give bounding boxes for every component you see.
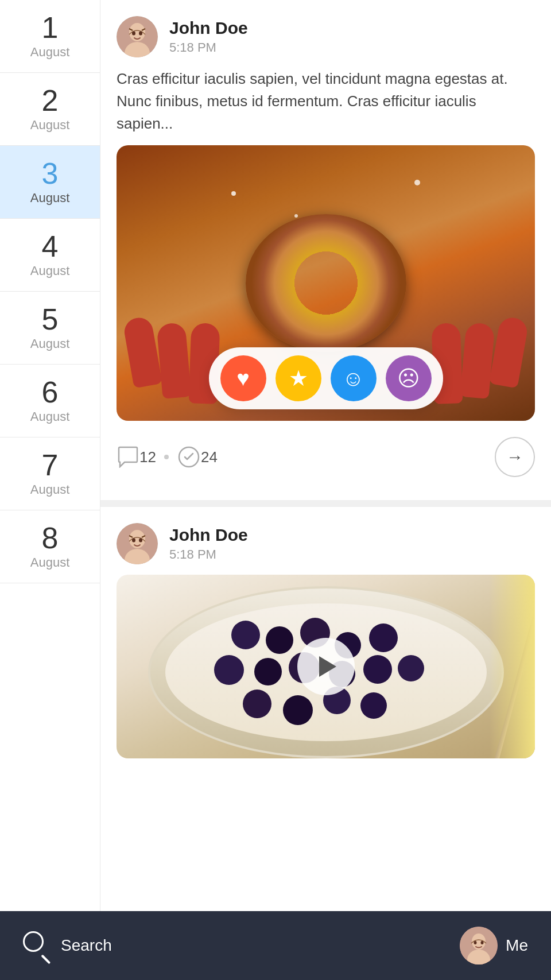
date-sidebar: 1 August 2 August 3 August 4 August 5 Au… (0, 0, 100, 911)
post-time-2: 5:18 PM (169, 547, 535, 562)
post-image-1: ♥ ★ ☺ ☹ (117, 145, 535, 421)
like-button-1[interactable] (177, 446, 201, 468)
me-nav-item[interactable]: Me (460, 927, 528, 964)
post-card-2: John Doe 5:18 PM (100, 507, 551, 780)
action-separator (164, 455, 169, 459)
date-item-7[interactable]: 7 August (0, 437, 100, 510)
berry-tart-photo (117, 575, 535, 758)
bottom-nav: Search Me (0, 911, 551, 980)
date-number-3: 3 (42, 158, 59, 188)
post-author-1: John Doe (169, 18, 535, 38)
play-icon (319, 656, 336, 677)
svg-point-19 (481, 941, 484, 944)
reaction-sad-button[interactable]: ☹ (386, 355, 432, 401)
post-meta-2: John Doe 5:18 PM (169, 525, 535, 562)
svg-point-14 (139, 539, 142, 543)
reaction-smile-button[interactable]: ☺ (331, 355, 377, 401)
post-text-1: Cras efficitur iaculis sapien, vel tinci… (117, 68, 535, 135)
reaction-overlay: ♥ ★ ☺ ☹ (209, 347, 443, 409)
love-icon: ♥ (236, 366, 250, 391)
date-number-8: 8 (42, 523, 59, 553)
feed-area: John Doe 5:18 PM Cras efficitur iaculis … (100, 0, 551, 911)
date-month-7: August (30, 482, 70, 497)
svg-point-18 (474, 941, 477, 944)
date-number-2: 2 (42, 86, 59, 115)
date-number-4: 4 (42, 231, 59, 261)
search-label: Search (61, 936, 112, 955)
avatar-1 (117, 16, 158, 57)
post-time-1: 5:18 PM (169, 40, 535, 55)
date-month-4: August (30, 264, 70, 278)
post-video-container (117, 575, 535, 758)
post-card-1: John Doe 5:18 PM Cras efficitur iaculis … (100, 0, 551, 489)
search-icon (23, 931, 52, 960)
post-header-1: John Doe 5:18 PM (117, 16, 535, 57)
date-item-3[interactable]: 3 August (0, 146, 100, 219)
date-item-4[interactable]: 4 August (0, 219, 100, 292)
video-play-button[interactable] (297, 638, 355, 695)
app-container: 1 August 2 August 3 August 4 August 5 Au… (0, 0, 551, 980)
date-item-2[interactable]: 2 August (0, 73, 100, 146)
more-button-1[interactable]: → (495, 437, 535, 477)
svg-point-6 (139, 32, 142, 36)
star-icon: ★ (289, 366, 308, 391)
svg-point-5 (132, 32, 135, 36)
sad-icon: ☹ (397, 366, 420, 391)
comments-count-1: 12 (139, 448, 156, 466)
smile-icon: ☺ (342, 366, 364, 391)
post-header-2: John Doe 5:18 PM (117, 523, 535, 564)
date-month-3: August (30, 191, 70, 206)
reaction-love-button[interactable]: ♥ (220, 355, 266, 401)
comment-button-1[interactable] (117, 446, 139, 468)
post-meta-1: John Doe 5:18 PM (169, 18, 535, 55)
date-month-1: August (30, 45, 70, 60)
post-author-2: John Doe (169, 525, 535, 545)
comment-icon (117, 446, 139, 468)
post-separator (100, 500, 551, 507)
like-icon (177, 446, 201, 468)
date-item-8[interactable]: 8 August (0, 510, 100, 583)
date-item-5[interactable]: 5 August (0, 292, 100, 365)
date-month-8: August (30, 555, 70, 570)
date-number-5: 5 (42, 304, 59, 334)
reaction-star-button[interactable]: ★ (276, 355, 321, 401)
date-month-6: August (30, 409, 70, 424)
search-nav-item[interactable]: Search (23, 931, 460, 960)
date-month-5: August (30, 336, 70, 351)
date-number-1: 1 (42, 13, 59, 42)
date-month-2: August (30, 118, 70, 133)
likes-count-1: 24 (201, 448, 218, 466)
post-actions-1: 12 24 → (117, 431, 535, 477)
avatar-2 (117, 523, 158, 564)
svg-point-13 (132, 539, 135, 543)
date-item-1[interactable]: 1 August (0, 0, 100, 73)
date-number-6: 6 (42, 377, 59, 407)
main-content: 1 August 2 August 3 August 4 August 5 Au… (0, 0, 551, 911)
me-avatar (460, 927, 498, 964)
arrow-right-icon: → (506, 447, 523, 467)
date-number-7: 7 (42, 450, 59, 480)
me-label: Me (506, 936, 528, 955)
date-item-6[interactable]: 6 August (0, 365, 100, 437)
